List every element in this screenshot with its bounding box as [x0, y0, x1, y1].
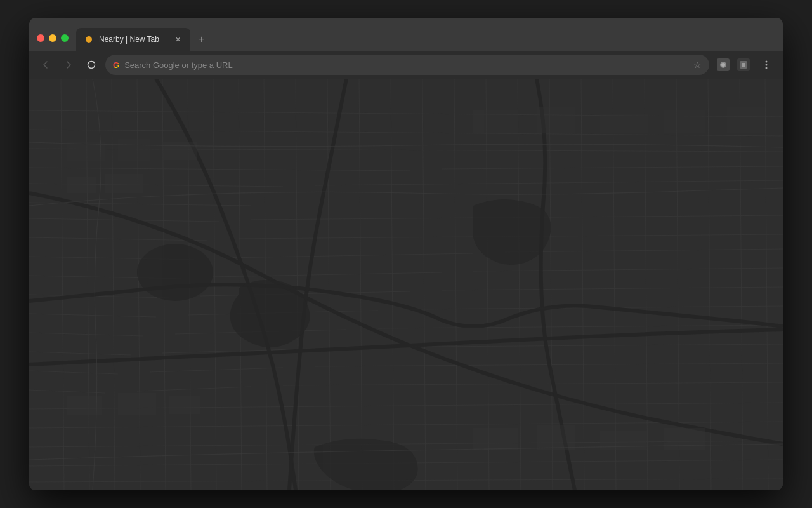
svg-rect-82: [473, 110, 518, 133]
maximize-button[interactable]: [61, 34, 69, 42]
extension-icon-2[interactable]: [735, 56, 752, 74]
back-button[interactable]: [37, 56, 55, 74]
tab-close-button[interactable]: ✕: [173, 34, 183, 44]
google-icon: G: [113, 60, 119, 70]
menu-button[interactable]: [757, 56, 775, 74]
svg-rect-81: [105, 174, 143, 193]
svg-rect-86: [727, 107, 765, 133]
browser-window: Nearby | New Tab ✕ + G ☆: [29, 18, 783, 490]
active-tab[interactable]: Nearby | New Tab ✕: [76, 28, 190, 51]
favicon-dot: [86, 36, 92, 43]
svg-point-8: [766, 67, 768, 69]
svg-rect-87: [473, 428, 518, 450]
bookmark-icon[interactable]: ☆: [693, 60, 702, 70]
extensions-area: [714, 56, 752, 74]
svg-rect-79: [162, 142, 197, 160]
address-bar[interactable]: G ☆: [105, 55, 709, 75]
tab-title: Nearby | New Tab: [99, 35, 167, 44]
close-button[interactable]: [37, 34, 44, 42]
svg-rect-93: [169, 396, 200, 414]
svg-rect-92: [118, 393, 156, 415]
svg-rect-85: [664, 110, 705, 133]
svg-rect-90: [664, 428, 705, 450]
svg-point-76: [137, 244, 213, 301]
svg-rect-5: [742, 63, 745, 67]
map-container: [29, 79, 783, 490]
traffic-lights: [37, 34, 69, 42]
svg-rect-77: [67, 142, 105, 161]
url-input[interactable]: [124, 60, 688, 70]
new-tab-button[interactable]: +: [193, 30, 211, 48]
svg-rect-88: [537, 425, 575, 450]
forward-button[interactable]: [60, 56, 77, 74]
svg-point-2: [721, 63, 725, 67]
map-svg: [29, 79, 783, 490]
tab-favicon: [84, 34, 94, 44]
title-bar: Nearby | New Tab ✕ +: [29, 18, 783, 51]
svg-point-7: [766, 64, 768, 66]
svg-rect-89: [600, 431, 648, 450]
svg-point-6: [766, 61, 768, 63]
nav-bar: G ☆: [29, 51, 783, 79]
svg-rect-84: [600, 114, 648, 133]
reload-button[interactable]: [82, 56, 100, 74]
svg-rect-78: [118, 139, 150, 161]
minimize-button[interactable]: [49, 34, 56, 42]
tabs-area: Nearby | New Tab ✕ +: [76, 18, 783, 51]
extension-icon-1[interactable]: [714, 56, 732, 74]
svg-rect-83: [537, 107, 575, 133]
svg-rect-80: [67, 177, 96, 193]
